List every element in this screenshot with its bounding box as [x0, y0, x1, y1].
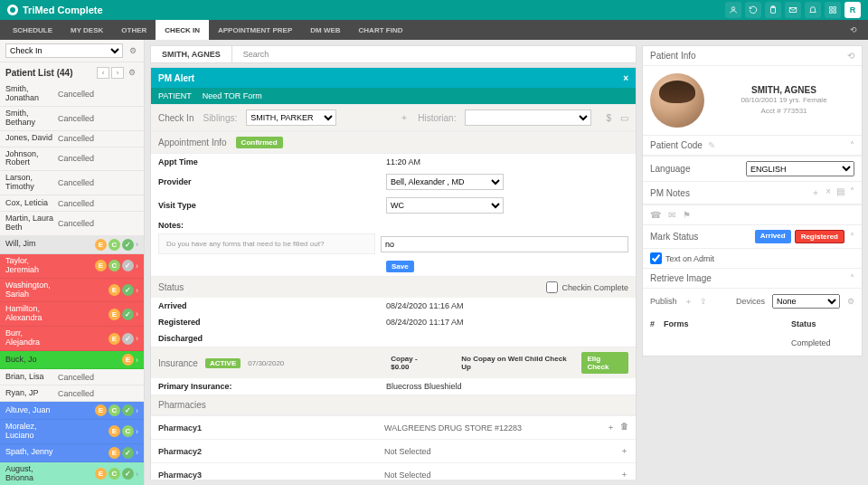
- brand: TriMed Complete: [7, 5, 103, 15]
- pm-alert-msg: Need TOR Form: [203, 91, 262, 100]
- patient-row[interactable]: Will, JimEC✓›: [0, 236, 144, 254]
- tab-patient[interactable]: SMITH, AGNES: [151, 45, 232, 63]
- historian-select[interactable]: [465, 109, 591, 126]
- svg-rect-7: [834, 11, 836, 13]
- patient-row[interactable]: August, BrionnaEC✓›: [0, 462, 144, 485]
- status-badge: E: [108, 284, 120, 296]
- patient-row[interactable]: Johnson, RobertCancelled: [0, 147, 144, 172]
- next-button[interactable]: ›: [111, 67, 124, 79]
- clipboard-icon[interactable]: [765, 2, 781, 18]
- patient-row[interactable]: Smith, JonathanCancelled: [0, 82, 144, 107]
- bell-icon[interactable]: [805, 2, 821, 18]
- gear-icon[interactable]: ⚙: [847, 297, 854, 306]
- phone-icon[interactable]: ☎: [650, 210, 661, 220]
- pm-note-icons: ☎ ✉ ⚑: [643, 204, 862, 224]
- chevron-right-icon: ›: [136, 356, 138, 365]
- svg-rect-5: [834, 7, 836, 9]
- patient-row[interactable]: Martin, Laura BethCancelled: [0, 212, 144, 236]
- patient-row[interactable]: Spath, JennyE✓›: [0, 444, 144, 462]
- nav-tab-chart-find[interactable]: CHART FIND: [350, 20, 412, 40]
- chevron-up-icon[interactable]: ˄: [850, 186, 854, 199]
- registered-button[interactable]: Registered: [795, 230, 844, 243]
- user-icon[interactable]: [725, 2, 741, 18]
- add-icon[interactable]: ＋: [400, 111, 409, 124]
- patient-list: Smith, JonathanCancelledSmith, BethanyCa…: [0, 82, 144, 485]
- close-icon[interactable]: ×: [826, 186, 831, 199]
- patient-row[interactable]: Hamilton, AlexandraE✓›: [0, 302, 144, 327]
- patient-row[interactable]: Smith, BethanyCancelled: [0, 107, 144, 131]
- chevron-up-icon[interactable]: ˄: [850, 140, 854, 150]
- close-icon[interactable]: ×: [623, 73, 628, 83]
- primary-insurance: Bluecross Blueshield: [386, 382, 462, 391]
- siblings-select[interactable]: SMITH, PARKER: [246, 109, 336, 126]
- view-select[interactable]: Check In: [5, 43, 123, 58]
- save-button[interactable]: Save: [386, 261, 414, 272]
- svg-rect-6: [830, 11, 833, 13]
- status-badge: E: [108, 425, 120, 437]
- money-icon[interactable]: $: [606, 113, 611, 123]
- card-icon[interactable]: ▭: [620, 113, 628, 123]
- patient-row[interactable]: Altuve, JuanEC✓›: [0, 402, 144, 420]
- patient-row[interactable]: Burr, AlejandraE✓›: [0, 327, 144, 351]
- plus-icon[interactable]: ＋: [620, 445, 628, 457]
- patient-row[interactable]: Buck, JoE›: [0, 351, 144, 369]
- nav-tab-dm-web[interactable]: DM WEB: [301, 20, 349, 40]
- plus-icon[interactable]: ＋: [811, 186, 820, 199]
- arrived-button[interactable]: Arrived: [755, 230, 791, 243]
- visit-type-select[interactable]: WC: [386, 197, 504, 214]
- navbar: SCHEDULEMY DESKOTHERCHECK INAPPOINTMENT …: [0, 20, 868, 40]
- chevron-up-icon[interactable]: ˄: [850, 273, 854, 283]
- language-select[interactable]: ENGLISH: [746, 161, 854, 176]
- text-on-admit-checkbox[interactable]: Text on Admit: [643, 249, 862, 268]
- patient-row[interactable]: Jones, DavidCancelled: [0, 131, 144, 147]
- notes-answer-input[interactable]: [381, 236, 628, 252]
- refresh-icon[interactable]: ⟲: [847, 51, 854, 61]
- insurance-header: Insurance ACTIVE 07/30/2020 Copay - $0.0…: [151, 347, 636, 378]
- trash-icon[interactable]: 🗑: [620, 422, 628, 433]
- nav-tab-schedule[interactable]: SCHEDULE: [4, 20, 61, 40]
- tab-search[interactable]: Search: [232, 45, 280, 63]
- patient-row[interactable]: Ryan, JPCancelled: [0, 385, 144, 402]
- user-avatar-badge[interactable]: R: [844, 2, 861, 18]
- provider-select[interactable]: Bell, Alexander , MD: [386, 174, 504, 190]
- edit-icon[interactable]: ✎: [708, 140, 715, 150]
- status-badge: C: [122, 425, 134, 437]
- patient-row[interactable]: Taylor, JeremiahEC✓›: [0, 254, 144, 279]
- patient-row[interactable]: Larson, TimothyCancelled: [0, 171, 144, 195]
- nav-tab-my-desk[interactable]: MY DESK: [61, 20, 112, 40]
- pharmacy-row: Pharmacy2Not Selected＋: [151, 439, 636, 462]
- pm-alert-title: PM Alert: [158, 73, 194, 83]
- confirmed-badge: Confirmed: [236, 137, 283, 148]
- gear-icon[interactable]: ⚙: [127, 44, 138, 57]
- gear-icon[interactable]: ⚙: [126, 66, 138, 79]
- grid-icon[interactable]: [825, 2, 841, 18]
- status-header: Status Checkin Complete: [151, 276, 636, 298]
- devices-select[interactable]: None: [772, 294, 840, 309]
- status-badge: ✓: [122, 239, 134, 251]
- flag-icon[interactable]: ⚑: [683, 210, 691, 220]
- upload-icon[interactable]: ⇪: [700, 297, 707, 306]
- list-icon[interactable]: ▤: [836, 186, 844, 199]
- checkin-complete-checkbox[interactable]: Checkin Complete: [546, 281, 628, 293]
- elig-check-button[interactable]: Elig Check: [581, 352, 628, 374]
- patient-row[interactable]: Cox, LeticiaCancelled: [0, 195, 144, 212]
- status-badge: C: [108, 260, 120, 271]
- nav-tab-appointment-prep[interactable]: APPOINTMENT PREP: [209, 20, 301, 40]
- plus-icon[interactable]: ＋: [620, 469, 628, 480]
- patient-row[interactable]: Brian, LisaCancelled: [0, 369, 144, 385]
- undo-icon[interactable]: [745, 2, 761, 18]
- status-badge: E: [108, 333, 120, 345]
- patient-row[interactable]: Moralez, LucianoEC›: [0, 420, 144, 444]
- mail-icon[interactable]: ✉: [668, 210, 675, 220]
- patient-row[interactable]: Washington, SariahE✓›: [0, 279, 144, 303]
- nav-tab-other[interactable]: OTHER: [112, 20, 156, 40]
- mail-icon[interactable]: [785, 2, 801, 18]
- nav-tab-check-in[interactable]: CHECK IN: [156, 20, 209, 40]
- refresh-icon[interactable]: ⟲: [843, 25, 864, 34]
- plus-icon[interactable]: ＋: [607, 422, 615, 433]
- chevron-right-icon: ›: [136, 427, 138, 436]
- plus-icon[interactable]: ＋: [684, 296, 693, 308]
- status-badge: E: [95, 404, 107, 416]
- prev-button[interactable]: ‹: [97, 67, 109, 79]
- chevron-up-icon[interactable]: ˄: [850, 232, 854, 242]
